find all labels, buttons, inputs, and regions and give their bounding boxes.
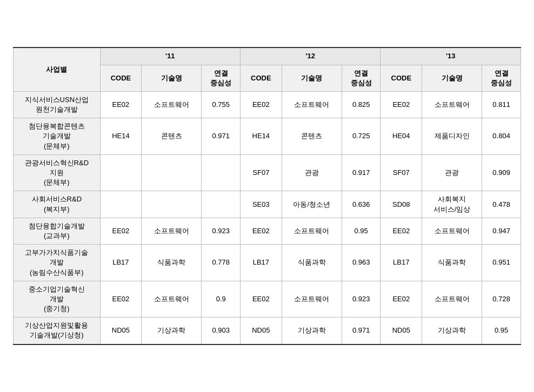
col-code-12: CODE — [241, 65, 282, 91]
tech-cell-y12: 식품과학 — [282, 245, 342, 281]
table-row: 첨단융복합콘텐츠기술개발(문체부)HE14콘텐츠0.971HE14콘텐츠0.72… — [14, 118, 521, 155]
tech-cell-y12: 소프트웨어 — [282, 281, 342, 317]
code-cell-y13: EE02 — [381, 91, 422, 118]
col-connect-13: 연결중심성 — [482, 65, 521, 91]
col-connect-12: 연결중심성 — [342, 65, 381, 91]
table-row: 고부가가치식품기술개발(농림수산식품부)LB17식품과학0.778LB17식품과… — [14, 245, 521, 281]
code-cell-y13: SF07 — [381, 154, 422, 191]
tech-cell-y13: 기상과학 — [422, 317, 482, 344]
year-12-header: '12 — [241, 48, 381, 65]
tech-cell-y11: 식품과학 — [142, 245, 202, 281]
saupbyeol-cell: 기상산업지원및활용기술개발(기상청) — [14, 317, 101, 344]
connect-cell-y11: 0.755 — [202, 91, 241, 118]
code-cell-y11 — [100, 191, 142, 218]
code-cell-y12: EE02 — [241, 91, 282, 118]
tech-cell-y13: 소프트웨어 — [422, 281, 482, 317]
connect-cell-y13: 0.728 — [482, 281, 521, 317]
main-table-container: 사업별 '11 '12 '13 CODE 기술명 연결중심성 CODE 기술명 … — [13, 47, 521, 344]
tech-cell-y13: 사회복지서비스/임상 — [422, 191, 482, 218]
connect-cell-y13: 0.804 — [482, 118, 521, 155]
connect-cell-y11: 0.923 — [202, 218, 241, 244]
tech-cell-y11: 기상과학 — [142, 317, 202, 344]
col-saupbyeol-header: 사업별 — [14, 48, 101, 91]
connect-cell-y12: 0.917 — [342, 154, 381, 191]
saupbyeol-cell: 사회서비스R&D(복지부) — [14, 191, 101, 218]
connect-cell-y11: 0.9 — [202, 281, 241, 317]
connect-cell-y12: 0.923 — [342, 281, 381, 317]
tech-cell-y13: 제품디자인 — [422, 118, 482, 155]
tech-cell-y11 — [142, 191, 202, 218]
tech-cell-y12: 관광 — [282, 154, 342, 191]
table-row: 지식서비스USN산업원천기술개발EE02소프트웨어0.755EE02소프트웨어0… — [14, 91, 521, 118]
connect-cell-y12: 0.95 — [342, 218, 381, 244]
tech-cell-y11: 소프트웨어 — [142, 281, 202, 317]
code-cell-y11: EE02 — [100, 218, 142, 244]
table-row: 중소기업기술혁신개발(중기청)EE02소프트웨어0.9EE02소프트웨어0.92… — [14, 281, 521, 317]
table-body: 지식서비스USN산업원천기술개발EE02소프트웨어0.755EE02소프트웨어0… — [14, 91, 521, 344]
table-row: 관광서비스혁신R&D지원(문체부)SF07관광0.917SF07관광0.909 — [14, 154, 521, 191]
code-cell-y12: EE02 — [241, 218, 282, 244]
saupbyeol-cell: 중소기업기술혁신개발(중기청) — [14, 281, 101, 317]
code-cell-y13: EE02 — [381, 218, 422, 244]
connect-cell-y12: 0.971 — [342, 317, 381, 344]
connect-cell-y13: 0.95 — [482, 317, 521, 344]
code-cell-y11: HE14 — [100, 118, 142, 155]
tech-cell-y12: 소프트웨어 — [282, 218, 342, 244]
connect-cell-y12: 0.963 — [342, 245, 381, 281]
col-tech-11: 기술명 — [142, 65, 202, 91]
code-cell-y12: ND05 — [241, 317, 282, 344]
col-code-13: CODE — [381, 65, 422, 91]
col-tech-12: 기술명 — [282, 65, 342, 91]
col-code-11: CODE — [100, 65, 142, 91]
code-cell-y13: SD08 — [381, 191, 422, 218]
connect-cell-y13: 0.947 — [482, 218, 521, 244]
data-table: 사업별 '11 '12 '13 CODE 기술명 연결중심성 CODE 기술명 … — [13, 47, 521, 344]
tech-cell-y13: 식품과학 — [422, 245, 482, 281]
tech-cell-y11: 콘텐츠 — [142, 118, 202, 155]
tech-cell-y12: 소프트웨어 — [282, 91, 342, 118]
saupbyeol-cell: 첨단융복합콘텐츠기술개발(문체부) — [14, 118, 101, 155]
saupbyeol-cell: 첨단융합기술개발(교과부) — [14, 218, 101, 244]
code-cell-y12: SE03 — [241, 191, 282, 218]
code-cell-y13: EE02 — [381, 281, 422, 317]
col-connect-11: 연결중심성 — [202, 65, 241, 91]
saupbyeol-cell: 관광서비스혁신R&D지원(문체부) — [14, 154, 101, 191]
tech-cell-y13: 소프트웨어 — [422, 91, 482, 118]
connect-cell-y11: 0.971 — [202, 118, 241, 155]
connect-cell-y12: 0.725 — [342, 118, 381, 155]
code-cell-y11: EE02 — [100, 281, 142, 317]
code-cell-y12: SF07 — [241, 154, 282, 191]
connect-cell-y13: 0.951 — [482, 245, 521, 281]
code-cell-y12: LB17 — [241, 245, 282, 281]
header-row-years: 사업별 '11 '12 '13 — [14, 48, 521, 65]
tech-cell-y11: 소프트웨어 — [142, 91, 202, 118]
code-cell-y11: EE02 — [100, 91, 142, 118]
tech-cell-y13: 관광 — [422, 154, 482, 191]
code-cell-y13: ND05 — [381, 317, 422, 344]
connect-cell-y11 — [202, 154, 241, 191]
code-cell-y11 — [100, 154, 142, 191]
connect-cell-y11: 0.903 — [202, 317, 241, 344]
connect-cell-y13: 0.909 — [482, 154, 521, 191]
code-cell-y12: HE14 — [241, 118, 282, 155]
year-11-header: '11 — [100, 48, 240, 65]
connect-cell-y11 — [202, 191, 241, 218]
tech-cell-y11 — [142, 154, 202, 191]
table-row: 첨단융합기술개발(교과부)EE02소프트웨어0.923EE02소프트웨어0.95… — [14, 218, 521, 244]
connect-cell-y12: 0.825 — [342, 91, 381, 118]
connect-cell-y13: 0.811 — [482, 91, 521, 118]
code-cell-y13: LB17 — [381, 245, 422, 281]
table-row: 사회서비스R&D(복지부)SE03아동/청소년0.636SD08사회복지서비스/… — [14, 191, 521, 218]
tech-cell-y12: 콘텐츠 — [282, 118, 342, 155]
tech-cell-y12: 아동/청소년 — [282, 191, 342, 218]
code-cell-y13: HE04 — [381, 118, 422, 155]
connect-cell-y12: 0.636 — [342, 191, 381, 218]
tech-cell-y11: 소프트웨어 — [142, 218, 202, 244]
connect-cell-y13: 0.478 — [482, 191, 521, 218]
saupbyeol-cell: 고부가가치식품기술개발(농림수산식품부) — [14, 245, 101, 281]
code-cell-y11: LB17 — [100, 245, 142, 281]
code-cell-y11: ND05 — [100, 317, 142, 344]
connect-cell-y11: 0.778 — [202, 245, 241, 281]
tech-cell-y13: 소프트웨어 — [422, 218, 482, 244]
saupbyeol-cell: 지식서비스USN산업원천기술개발 — [14, 91, 101, 118]
